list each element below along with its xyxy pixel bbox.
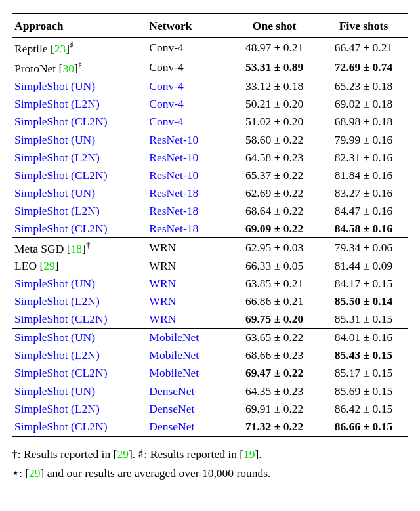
table-row: SimpleShot (L2N)DenseNet69.91 ± 0.2286.4… (12, 400, 408, 418)
approach-cell: SimpleShot (L2N) (12, 95, 146, 113)
fiveshots-cell: 85.43 ± 0.15 (319, 346, 408, 364)
approach-cell: SimpleShot (CL2N) (12, 167, 146, 184)
fiveshots-cell: 81.84 ± 0.16 (319, 167, 408, 184)
oneshot-cell: 66.86 ± 0.21 (230, 293, 319, 310)
network-cell: MobileNet (146, 364, 230, 382)
table-row: SimpleShot (UN)Conv-433.12 ± 0.1865.23 ±… (12, 77, 408, 95)
approach-cell: SimpleShot (CL2N) (12, 220, 146, 238)
network-cell: MobileNet (146, 346, 230, 364)
network-cell: Conv-4 (146, 77, 230, 95)
network-cell: Conv-4 (146, 113, 230, 131)
approach-cell: SimpleShot (UN) (12, 275, 146, 293)
cite-link: 29 (29, 466, 41, 480)
network-cell: MobileNet (146, 329, 230, 347)
oneshot-cell: 69.91 ± 0.22 (230, 400, 319, 418)
fiveshots-cell: 86.66 ± 0.15 (319, 418, 408, 436)
col-network: Network (146, 14, 230, 38)
mark-icon: † (86, 240, 91, 250)
approach-cell: SimpleShot (L2N) (12, 346, 146, 364)
approach-cell: SimpleShot (CL2N) (12, 418, 146, 436)
approach-cell: SimpleShot (UN) (12, 131, 146, 149)
network-cell: Conv-4 (146, 38, 230, 58)
table-row: SimpleShot (L2N)WRN66.86 ± 0.2185.50 ± 0… (12, 293, 408, 310)
footnote-line-1: †: Results reported in [29]. ♯: Results … (12, 446, 408, 462)
approach-cell: SimpleShot (L2N) (12, 202, 146, 220)
oneshot-cell: 69.09 ± 0.22 (230, 220, 319, 238)
oneshot-cell: 63.85 ± 0.21 (230, 275, 319, 293)
network-cell: ResNet-10 (146, 131, 230, 149)
table-row: SimpleShot (CL2N)DenseNet71.32 ± 0.2286.… (12, 418, 408, 436)
fiveshots-cell: 72.69 ± 0.74 (319, 58, 408, 77)
fiveshots-cell: 84.58 ± 0.16 (319, 220, 408, 238)
approach-cell: SimpleShot (UN) (12, 329, 146, 347)
oneshot-cell: 65.37 ± 0.22 (230, 167, 319, 184)
footnotes: †: Results reported in [29]. ♯: Results … (12, 446, 408, 481)
fiveshots-cell: 81.44 ± 0.09 (319, 257, 408, 275)
oneshot-cell: 68.66 ± 0.23 (230, 346, 319, 364)
approach-cell: Meta SGD [18]† (12, 237, 146, 257)
network-cell: Conv-4 (146, 95, 230, 113)
table-row: ProtoNet [30]♯Conv-453.31 ± 0.8972.69 ± … (12, 58, 408, 77)
fiveshots-cell: 85.50 ± 0.14 (319, 293, 408, 310)
oneshot-cell: 64.35 ± 0.23 (230, 382, 319, 401)
oneshot-cell: 50.21 ± 0.20 (230, 95, 319, 113)
fiveshots-cell: 84.17 ± 0.15 (319, 275, 408, 293)
approach-cell: ProtoNet [30]♯ (12, 58, 146, 77)
approach-cell: LEO [29] (12, 257, 146, 275)
oneshot-cell: 51.02 ± 0.20 (230, 113, 319, 131)
approach-cell: SimpleShot (L2N) (12, 293, 146, 310)
table-row: SimpleShot (CL2N)ResNet-1065.37 ± 0.2281… (12, 167, 408, 184)
col-fiveshots: Five shots (319, 14, 408, 38)
oneshot-cell: 63.65 ± 0.22 (230, 329, 319, 347)
approach-cell: SimpleShot (CL2N) (12, 113, 146, 131)
oneshot-cell: 58.60 ± 0.22 (230, 131, 319, 149)
network-cell: DenseNet (146, 382, 230, 401)
table-row: SimpleShot (L2N)Conv-450.21 ± 0.2069.02 … (12, 95, 408, 113)
table-row: SimpleShot (CL2N)WRN69.75 ± 0.2085.31 ± … (12, 310, 408, 329)
approach-cell: SimpleShot (CL2N) (12, 310, 146, 329)
network-cell: ResNet-18 (146, 220, 230, 238)
oneshot-cell: 48.97 ± 0.21 (230, 38, 319, 58)
cite-link: 18 (71, 241, 83, 255)
network-cell: WRN (146, 275, 230, 293)
fiveshots-cell: 82.31 ± 0.16 (319, 149, 408, 167)
approach-cell: SimpleShot (CL2N) (12, 364, 146, 382)
approach-cell: SimpleShot (UN) (12, 184, 146, 202)
table-row: SimpleShot (UN)MobileNet63.65 ± 0.2284.0… (12, 329, 408, 347)
table-row: SimpleShot (L2N)ResNet-1868.64 ± 0.2284.… (12, 202, 408, 220)
table-row: SimpleShot (UN)WRN63.85 ± 0.2184.17 ± 0.… (12, 275, 408, 293)
network-cell: ResNet-10 (146, 149, 230, 167)
network-cell: ResNet-18 (146, 184, 230, 202)
network-cell: ResNet-10 (146, 167, 230, 184)
fiveshots-cell: 79.99 ± 0.16 (319, 131, 408, 149)
oneshot-cell: 64.58 ± 0.23 (230, 149, 319, 167)
fiveshots-cell: 68.98 ± 0.18 (319, 113, 408, 131)
table-row: Reptile [23]♯Conv-448.97 ± 0.2166.47 ± 0… (12, 38, 408, 58)
table-row: Meta SGD [18]†WRN62.95 ± 0.0379.34 ± 0.0… (12, 237, 408, 257)
oneshot-cell: 62.95 ± 0.03 (230, 237, 319, 257)
header-row: Approach Network One shot Five shots (12, 14, 408, 38)
oneshot-cell: 66.33 ± 0.05 (230, 257, 319, 275)
table-row: SimpleShot (UN)ResNet-1862.69 ± 0.2283.2… (12, 184, 408, 202)
results-table: Approach Network One shot Five shots Rep… (12, 13, 408, 437)
fiveshots-cell: 85.31 ± 0.15 (319, 310, 408, 329)
fiveshots-cell: 65.23 ± 0.18 (319, 77, 408, 95)
col-oneshot: One shot (230, 14, 319, 38)
network-cell: Conv-4 (146, 58, 230, 77)
network-cell: WRN (146, 310, 230, 329)
approach-cell: SimpleShot (L2N) (12, 149, 146, 167)
fiveshots-cell: 86.42 ± 0.15 (319, 400, 408, 418)
cite-link: 29 (43, 259, 55, 272)
mark-icon: ♯ (70, 40, 74, 50)
oneshot-cell: 53.31 ± 0.89 (230, 58, 319, 77)
mark-icon: ♯ (78, 60, 82, 70)
network-cell: ResNet-18 (146, 202, 230, 220)
fiveshots-cell: 84.47 ± 0.16 (319, 202, 408, 220)
oneshot-cell: 33.12 ± 0.18 (230, 77, 319, 95)
network-cell: DenseNet (146, 400, 230, 418)
fiveshots-cell: 79.34 ± 0.06 (319, 237, 408, 257)
approach-cell: SimpleShot (UN) (12, 77, 146, 95)
fiveshots-cell: 85.17 ± 0.15 (319, 364, 408, 382)
network-cell: DenseNet (146, 418, 230, 436)
fiveshots-cell: 66.47 ± 0.21 (319, 38, 408, 58)
